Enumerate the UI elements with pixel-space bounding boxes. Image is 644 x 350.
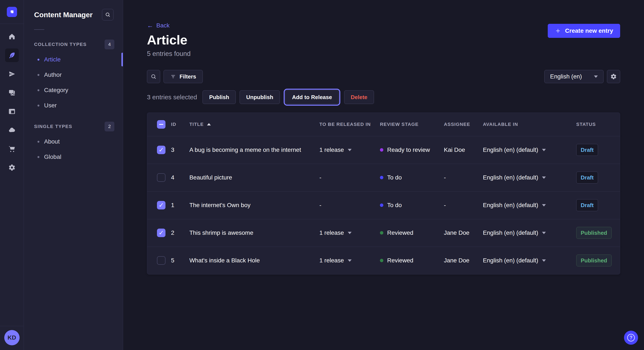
cell-assignee: Jane Doe [444,247,483,274]
cloud-icon[interactable] [5,123,19,137]
table-row[interactable]: 4 Beautiful picture - To do - English (e… [147,164,620,191]
chevron-down-icon [348,259,352,262]
sidebar-item-article[interactable]: Article [24,52,123,67]
stage-label: Reviewed [387,229,413,236]
column-header-title[interactable]: TITLE [189,113,320,136]
chevron-down-icon [594,75,598,78]
stage-dot-icon [380,259,383,262]
question-icon: ? [627,334,635,342]
cell-id: 3 [171,136,189,164]
sidebar-item-author[interactable]: Author [24,67,123,82]
main-content: ← Back Article 5 entries found Create ne… [123,0,644,350]
available-in-dropdown[interactable]: English (en) (default) [483,257,571,264]
locale-select[interactable]: English (en) [544,70,604,83]
sidebar-search-button[interactable] [102,9,114,20]
view-settings-button[interactable] [607,70,620,83]
locale-value: English (en) [550,73,582,80]
cell-assignee: Jane Doe [444,219,483,247]
available-in-value: English (en) (default) [483,147,538,153]
cell-assignee: - [444,191,483,219]
rail-footer: KD [0,326,24,350]
release-dropdown[interactable]: 1 release [320,147,375,153]
row-checkbox[interactable] [157,173,166,182]
available-in-dropdown[interactable]: English (en) (default) [483,147,571,153]
stage-dot-icon [380,203,383,207]
stage-label: To do [387,174,402,181]
table-row[interactable]: ✓ 3 A bug is becoming a meme on the inte… [147,136,620,164]
sidebar-item-about[interactable]: About [24,134,123,149]
help-button[interactable]: ? [624,331,638,345]
active-indicator [122,53,123,66]
publish-button[interactable]: Publish [202,90,236,104]
settings-gear-icon[interactable] [5,161,19,174]
available-in-dropdown[interactable]: English (en) (default) [483,229,571,236]
sidebar-item-user[interactable]: User [24,98,123,113]
releases-send-icon[interactable] [5,67,19,81]
review-stage: To do [380,174,439,181]
release-dropdown[interactable]: 1 release [320,229,375,236]
cell-id: 5 [171,247,189,274]
entries-count: 5 entries found [147,50,620,58]
table-row[interactable]: 5 What's inside a Black Hole 1 release R… [147,247,620,274]
selection-bar: 3 entries selected Publish Unpublish Add… [147,90,620,104]
filters-button[interactable]: Filters [164,70,203,83]
cell-title: Beautiful picture [189,164,320,191]
status-badge: Published [576,227,612,239]
cell-assignee: Kai Doe [444,136,483,164]
back-label: Back [156,22,170,29]
bullet-icon [38,59,40,61]
status-badge: Draft [576,199,598,211]
single-types-section: SINGLE TYPES 2 About Global [24,122,123,165]
marketplace-cart-icon[interactable] [5,142,19,156]
chevron-down-icon [348,232,352,234]
create-new-entry-button[interactable]: Create new entry [548,24,620,38]
chevron-down-icon [542,204,546,206]
review-stage: Reviewed [380,229,439,236]
table-row[interactable]: ✓ 2 This shrimp is awesome 1 release Rev… [147,219,620,247]
sidebar-item-category[interactable]: Category [24,82,123,98]
sidebar-item-label: User [44,102,57,109]
sidebar-item-global[interactable]: Global [24,149,123,165]
available-in-dropdown[interactable]: English (en) (default) [483,202,571,209]
bullet-icon [38,89,40,91]
app-window: KD Content Manager COLLECTION TYPES 4 Ar… [0,0,644,350]
unpublish-button[interactable]: Unpublish [240,90,280,104]
cell-title: What's inside a Black Hole [189,247,320,274]
available-in-value: English (en) (default) [483,257,538,264]
content-manager-feather-icon[interactable] [5,48,19,62]
release-dropdown[interactable]: 1 release [320,257,375,264]
chevron-down-icon [542,176,546,179]
user-avatar[interactable]: KD [4,330,20,345]
content-type-builder-icon[interactable] [5,105,19,118]
available-in-dropdown[interactable]: English (en) (default) [483,174,571,181]
strapi-logo-icon[interactable] [7,7,17,17]
media-library-icon[interactable] [5,86,19,100]
bullet-icon [38,105,40,107]
check-icon: ✓ [158,202,164,208]
row-checkbox[interactable]: ✓ [157,146,166,154]
home-icon[interactable] [5,30,19,43]
chevron-down-icon [348,149,352,151]
delete-button[interactable]: Delete [344,90,374,104]
column-header-status: STATUS [576,113,620,136]
row-checkbox[interactable]: ✓ [157,229,166,237]
table-header-row: ID TITLE TO BE RELEASED IN REVIEW STAGE … [147,113,620,136]
cell-release: - [320,164,380,191]
back-link[interactable]: ← Back [147,22,170,29]
stage-label: Reviewed [387,257,413,264]
cell-id: 2 [171,219,189,247]
review-stage: Ready to review [380,147,439,153]
gear-icon [610,73,617,80]
row-checkbox[interactable] [157,256,166,265]
add-to-release-button[interactable]: Add to Release [285,90,338,104]
section-count-badge: 4 [104,39,114,49]
collection-types-section: COLLECTION TYPES 4 Article Author Catego… [24,39,123,113]
row-checkbox[interactable]: ✓ [157,201,166,209]
rail-nav [5,24,19,174]
table-row[interactable]: ✓ 1 The internet's Own boy - To do - Eng… [147,191,620,219]
select-all-checkbox[interactable] [157,120,166,129]
stage-dot-icon [380,231,383,234]
status-badge: Draft [576,144,598,156]
bullet-icon [38,141,40,143]
list-search-button[interactable] [147,70,160,83]
